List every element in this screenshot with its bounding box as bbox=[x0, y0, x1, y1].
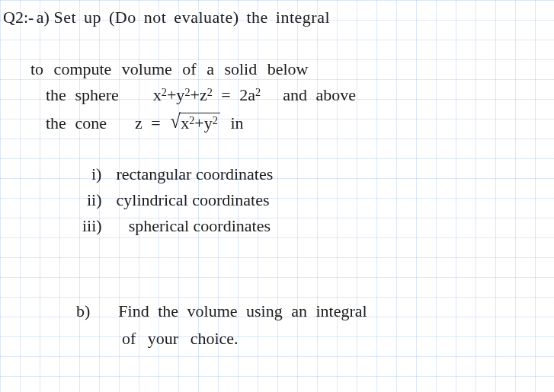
item-ii-label: ii) bbox=[87, 190, 102, 209]
handwritten-page: Q2:- a) Set up (Do not evaluate) the int… bbox=[0, 0, 554, 392]
rhs: = 2a bbox=[221, 85, 255, 104]
b-text-2: of your choice. bbox=[122, 329, 239, 348]
part-b-label: b) bbox=[76, 301, 90, 320]
line3-suffix: and above bbox=[283, 85, 356, 104]
part-b-line1: b) Find the volume using an integral bbox=[76, 301, 367, 321]
line3: the sphere x2+y2+z2 = 2a2 and above bbox=[46, 85, 356, 105]
sqrt-y: +y bbox=[194, 113, 212, 132]
item-ii: ii) cylindrical coordinates bbox=[87, 190, 270, 210]
sqrt-x: x bbox=[181, 113, 189, 132]
line4: the cone z = √x2+y2 in bbox=[46, 113, 244, 133]
line1-text: Set up (Do not evaluate) the integral bbox=[53, 8, 330, 27]
item-i: i) rectangular coordinates bbox=[91, 164, 273, 184]
item-i-text: rectangular coordinates bbox=[116, 164, 273, 183]
part-a-label: a) bbox=[37, 8, 50, 27]
item-iii-text: spherical coordinates bbox=[129, 216, 271, 235]
line3-prefix: the sphere bbox=[46, 85, 119, 104]
q-number: Q2:- bbox=[3, 8, 34, 27]
line2: to compute volume of a solid below bbox=[30, 59, 309, 79]
part-b-line2: of your choice. bbox=[122, 329, 239, 349]
cone-lhs: z = bbox=[135, 113, 161, 132]
line4-prefix: the cone bbox=[46, 113, 107, 132]
item-ii-text: cylindrical coordinates bbox=[117, 190, 270, 209]
b-text-1: Find the volume using an integral bbox=[118, 301, 367, 320]
sphere-eq: x2+y2+z2 = 2a2 bbox=[153, 85, 270, 104]
line4-suffix: in bbox=[230, 113, 243, 132]
item-iii-label: iii) bbox=[82, 216, 102, 235]
x-term: x bbox=[153, 85, 162, 104]
y-term: +y bbox=[167, 85, 184, 104]
z-term: +z bbox=[191, 85, 207, 104]
cone-eq: z = √x2+y2 bbox=[135, 113, 229, 132]
line2-text: to compute volume of a solid below bbox=[30, 59, 309, 78]
sqrt-icon: √x2+y2 bbox=[169, 113, 220, 133]
item-iii: iii) spherical coordinates bbox=[82, 216, 271, 236]
question-label: Q2:- a) Set up (Do not evaluate) the int… bbox=[3, 8, 330, 27]
item-i-label: i) bbox=[91, 164, 101, 183]
